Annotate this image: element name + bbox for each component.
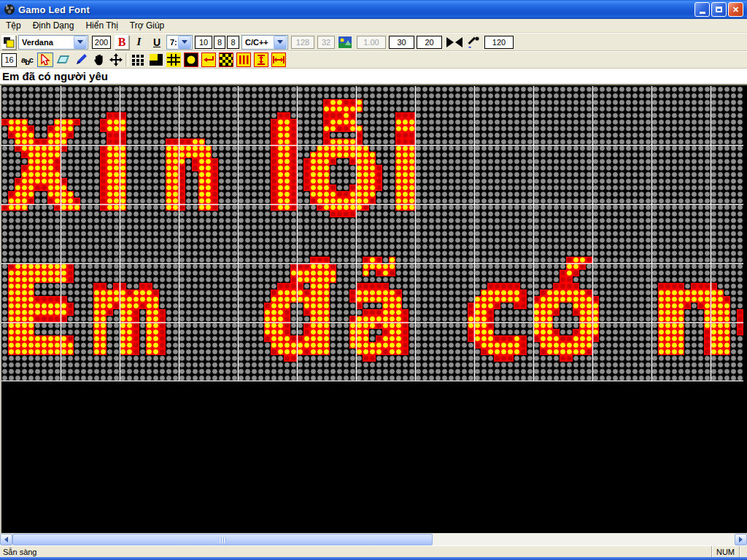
hand-tool-button[interactable] (90, 52, 107, 67)
underline-label: U (153, 36, 160, 48)
chevron-down-icon (178, 36, 191, 49)
status-bar: Sẵn sàng NUM (0, 545, 747, 557)
italic-button[interactable]: I (133, 35, 144, 50)
restore-icon (716, 7, 722, 12)
language-value: C/C++ (242, 38, 273, 47)
app-window: Gamo Led Font ✕ Tệp Định Dạng Hiển Thị T… (0, 0, 747, 560)
menu-bar: Tệp Định Dạng Hiển Thị Trợ Giúp (0, 19, 747, 33)
text-abc-icon[interactable]: abc (19, 52, 35, 67)
menu-item-file[interactable]: Tệp (0, 20, 27, 31)
scroll-left-button[interactable] (0, 534, 12, 545)
close-icon: ✕ (732, 5, 739, 15)
field-c[interactable]: 8 (227, 36, 239, 49)
cell-size-field[interactable]: 16 (1, 53, 17, 67)
disabled-field-c: 1.00 (357, 36, 386, 49)
app-icon (4, 4, 15, 15)
scroll-right-button[interactable] (735, 534, 747, 545)
ratio-value: 7:0 (167, 38, 177, 47)
status-message: Sẵn sàng (0, 546, 712, 557)
num-lock-indicator: NUM (712, 546, 740, 557)
toolbar-tools: 16 abc (0, 51, 747, 69)
toolbar-format: Verdana 200 B I U 7:0 10 8 8 C/C++ 128 3… (0, 33, 747, 51)
checker-icon[interactable] (219, 52, 233, 67)
total-width-field[interactable]: 120 (484, 36, 514, 49)
chevron-right-icon (739, 537, 746, 542)
window-title: Gamo Led Font (18, 4, 90, 15)
italic-label: I (137, 36, 142, 48)
grid-icon[interactable] (166, 52, 181, 67)
ratio-select[interactable]: 7:0 (166, 35, 193, 50)
eraser-icon (57, 55, 70, 65)
bold-button[interactable]: B (115, 35, 129, 50)
move-icon (109, 53, 123, 66)
window-bottom-border (0, 557, 747, 560)
disabled-field-a: 128 (291, 36, 314, 49)
corner-icon[interactable] (149, 52, 163, 67)
cursor-tool-button[interactable] (37, 52, 53, 67)
mirror-icon[interactable] (444, 35, 465, 50)
menu-item-help[interactable]: Trợ Giúp (124, 20, 170, 31)
disabled-field-b: 32 (317, 36, 335, 49)
vertical-bars-icon[interactable] (236, 52, 251, 67)
message-label: Em đã có người yêu (0, 69, 747, 85)
chevron-left-icon (1, 537, 8, 542)
led-dot-icon[interactable] (184, 52, 198, 67)
menu-item-view[interactable]: Hiển Thị (80, 20, 123, 31)
pencil-icon (75, 54, 87, 66)
chevron-down-icon (274, 36, 287, 49)
restore-button[interactable] (711, 2, 727, 17)
move-tool-button[interactable] (108, 52, 124, 67)
horizontal-scrollbar[interactable] (0, 533, 747, 545)
image-icon[interactable] (338, 35, 352, 50)
eraser-tool-button[interactable] (55, 52, 71, 67)
scroll-thumb[interactable] (12, 534, 433, 545)
pencil-tool-button[interactable] (73, 52, 89, 67)
color-swatch-icon[interactable] (1, 35, 16, 50)
font-family-value: Verdana (19, 38, 73, 47)
return-arrow-icon[interactable] (201, 52, 216, 67)
eyedropper-icon[interactable] (466, 35, 481, 50)
menu-item-format[interactable]: Định Dạng (27, 20, 80, 31)
spacing-field-a[interactable]: 30 (389, 36, 414, 49)
spacing-field-b[interactable]: 20 (417, 36, 442, 49)
thumb-grip-icon (220, 537, 226, 543)
horizontal-resize-icon[interactable] (271, 52, 286, 67)
title-bar: Gamo Led Font ✕ (0, 0, 747, 19)
bold-label: B (118, 36, 126, 49)
toolbar-separator (125, 53, 128, 66)
close-button[interactable]: ✕ (728, 2, 743, 17)
language-select[interactable]: C/C++ (241, 35, 288, 50)
field-a[interactable]: 10 (195, 36, 212, 49)
minimize-icon (700, 12, 705, 14)
underline-button[interactable]: U (150, 35, 163, 50)
dot-matrix-icon[interactable] (131, 52, 146, 67)
font-family-select[interactable]: Verdana (18, 35, 88, 50)
vertical-resize-icon[interactable] (254, 52, 268, 67)
minimize-button[interactable] (694, 2, 710, 17)
cursor-icon (40, 54, 50, 66)
hand-icon (93, 54, 104, 66)
led-canvas[interactable] (1, 86, 743, 381)
led-board (0, 85, 747, 533)
field-b[interactable]: 8 (214, 36, 225, 49)
font-size-field[interactable]: 200 (92, 36, 111, 49)
chevron-down-icon (74, 36, 87, 49)
